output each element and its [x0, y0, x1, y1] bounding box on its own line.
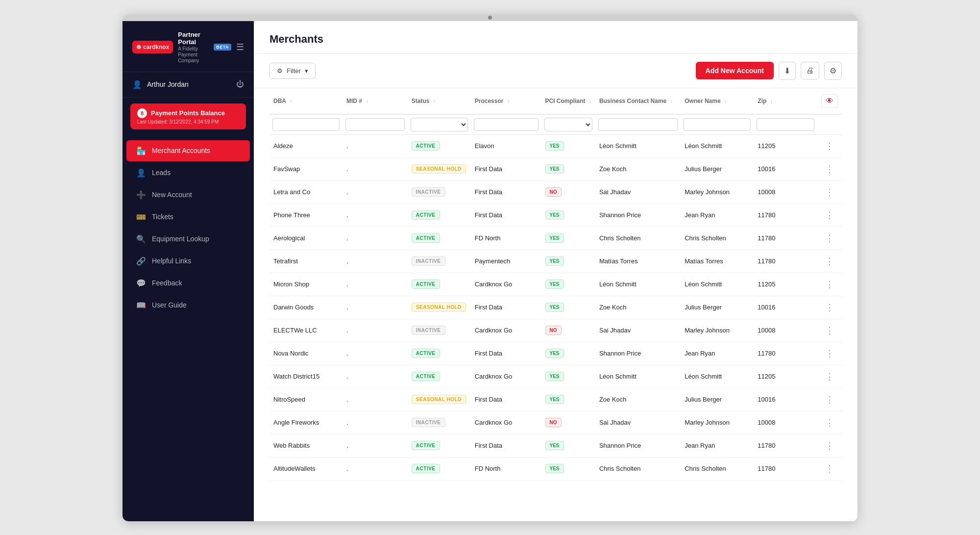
row-menu-button[interactable]: ⋮	[817, 411, 842, 434]
th-status[interactable]: Status ↕	[408, 88, 471, 114]
cell-zip: 10008	[754, 411, 817, 434]
cell-zip: 10016	[754, 296, 817, 319]
cell-status: SEASONAL HOLD	[408, 388, 471, 411]
row-menu-button[interactable]: ⋮	[817, 273, 842, 296]
th-owner[interactable]: Owner Name ↕	[681, 88, 754, 114]
th-dba[interactable]: DBA ↑	[270, 88, 343, 114]
row-menu-button[interactable]: ⋮	[817, 319, 842, 342]
cell-owner: Léon Schmitt	[681, 134, 754, 157]
table-row[interactable]: Aerological . ACTIVE FD North YES Chris …	[270, 227, 842, 250]
table-row[interactable]: ELECTWe LLC . INACTIVE Cardknox Go NO Sa…	[270, 319, 842, 342]
user-name: Arthur Jordan	[147, 80, 231, 88]
th-pci[interactable]: PCI Compliant ↕	[541, 88, 595, 114]
row-menu-button[interactable]: ⋮	[817, 365, 842, 388]
cell-mid: .	[343, 157, 408, 180]
feedback-icon: 💬	[136, 279, 146, 288]
row-menu-button[interactable]: ⋮	[817, 434, 842, 457]
cell-dba: Aerological	[270, 227, 343, 250]
th-actions: 👁	[817, 88, 842, 114]
cell-pci: YES	[541, 457, 595, 480]
row-menu-button[interactable]: ⋮	[817, 388, 842, 411]
table-row[interactable]: Tetrafirst . INACTIVE Paymentech YES Mat…	[270, 250, 842, 273]
sidebar-nav: 🏪 Merchant Accounts 👤 Leads ➕ New Accoun…	[122, 135, 254, 521]
row-menu-button[interactable]: ⋮	[817, 457, 842, 480]
table-row[interactable]: Letra and Co . INACTIVE First Data NO Sa…	[270, 180, 842, 204]
row-menu-button[interactable]: ⋮	[817, 204, 842, 227]
filter-button[interactable]: ⚙ Filter ▾	[270, 63, 316, 79]
cell-dba: Web Rabbits	[270, 434, 343, 457]
sidebar-item-merchant-accounts[interactable]: 🏪 Merchant Accounts	[126, 140, 250, 161]
sidebar-user: 👤 Arthur Jordan ⏻	[122, 72, 254, 98]
cell-processor: First Data	[471, 180, 541, 204]
cell-owner: Julius Berger	[681, 296, 754, 319]
table-row[interactable]: Web Rabbits . ACTIVE First Data YES Shan…	[270, 434, 842, 457]
power-icon[interactable]: ⏻	[236, 80, 244, 89]
table-row[interactable]: Nova Nordic . ACTIVE First Data YES Shan…	[270, 342, 842, 365]
row-menu-button[interactable]: ⋮	[817, 157, 842, 180]
filter-mid[interactable]	[345, 118, 405, 131]
download-button[interactable]: ⬇	[779, 62, 796, 80]
sidebar-item-user-guide[interactable]: 📖 User Guide	[126, 295, 250, 316]
row-menu-button[interactable]: ⋮	[817, 250, 842, 273]
row-menu-button[interactable]: ⋮	[817, 342, 842, 365]
hamburger-icon[interactable]: ☰	[236, 42, 244, 52]
cell-processor: Cardknox Go	[471, 411, 541, 434]
user-guide-icon: 📖	[136, 301, 146, 310]
filter-pci[interactable]: YES NO	[544, 118, 592, 131]
filter-label: Filter	[287, 67, 301, 75]
payment-points-balance[interactable]: 8 Payment Points Balance Last Updated: 3…	[130, 103, 246, 129]
table-row[interactable]: AltitudeWallets . ACTIVE FD North YES Ch…	[270, 457, 842, 480]
th-processor[interactable]: Processor ↕	[471, 88, 541, 114]
table-row[interactable]: Micron Shop . ACTIVE Cardknox Go YES Léo…	[270, 273, 842, 296]
table-row[interactable]: Aldeze . ACTIVE Elavon YES Léon Schmitt …	[270, 134, 842, 157]
cell-zip: 11205	[754, 273, 817, 296]
filter-icon: ⚙	[277, 67, 283, 75]
points-updated: Last Updated: 3/12/2022, 4:34:59 PM	[137, 119, 239, 125]
table-row[interactable]: Angle Fireworks . INACTIVE Cardknox Go N…	[270, 411, 842, 434]
cell-dba: Aldeze	[270, 134, 343, 157]
column-visibility-button[interactable]: 👁	[821, 94, 838, 108]
print-button[interactable]: 🖨	[801, 62, 819, 79]
cell-pci: YES	[541, 204, 595, 227]
table-row[interactable]: Darwin Goods . SEASONAL HOLD First Data …	[270, 296, 842, 319]
settings-button[interactable]: ⚙	[824, 62, 842, 80]
cell-processor: First Data	[471, 204, 541, 227]
add-new-account-button[interactable]: Add New Account	[696, 62, 774, 79]
cell-zip: 10016	[754, 388, 817, 411]
cell-zip: 10008	[754, 180, 817, 204]
table-row[interactable]: FavSwap . SEASONAL HOLD First Data YES Z…	[270, 157, 842, 180]
th-mid[interactable]: MID # ↕	[343, 88, 408, 114]
cell-dba: Nova Nordic	[270, 342, 343, 365]
th-zip[interactable]: Zip ↕	[754, 88, 817, 114]
filter-contact[interactable]	[598, 118, 678, 131]
row-menu-button[interactable]: ⋮	[817, 227, 842, 250]
cell-mid: .	[343, 342, 408, 365]
cell-processor: First Data	[471, 342, 541, 365]
sidebar-item-feedback[interactable]: 💬 Feedback	[126, 273, 250, 294]
filter-processor[interactable]	[474, 118, 539, 131]
cell-contact: Léon Schmitt	[595, 134, 681, 157]
cell-mid: .	[343, 250, 408, 273]
row-menu-button[interactable]: ⋮	[817, 180, 842, 204]
filter-status[interactable]: ACTIVE INACTIVE SEASONAL HOLD	[411, 118, 468, 131]
sidebar-item-tickets[interactable]: 🎫 Tickets	[126, 206, 250, 228]
cell-zip: 11205	[754, 134, 817, 157]
filter-owner[interactable]	[684, 118, 751, 131]
cell-contact: Sai Jhadav	[595, 411, 681, 434]
row-menu-button[interactable]: ⋮	[817, 134, 842, 157]
filter-dba[interactable]	[272, 118, 340, 131]
sidebar-item-equipment-lookup[interactable]: 🔍 Equipment Lookup	[126, 229, 250, 250]
sidebar-item-helpful-links[interactable]: 🔗 Helpful Links	[126, 251, 250, 272]
sidebar-item-new-account[interactable]: ➕ New Account	[126, 184, 250, 205]
table-row[interactable]: NitroSpeed . SEASONAL HOLD First Data YE…	[270, 388, 842, 411]
table-row[interactable]: Watch District15 . ACTIVE Cardknox Go YE…	[270, 365, 842, 388]
cell-status: ACTIVE	[408, 457, 471, 480]
cell-zip: 11780	[754, 342, 817, 365]
th-contact[interactable]: Business Contact Name ↕	[595, 88, 681, 114]
table-row[interactable]: Phone Three . ACTIVE First Data YES Shan…	[270, 204, 842, 227]
cell-mid: .	[343, 180, 408, 204]
row-menu-button[interactable]: ⋮	[817, 296, 842, 319]
cell-owner: Matías Torres	[681, 250, 754, 273]
filter-zip[interactable]	[757, 118, 814, 131]
sidebar-item-leads[interactable]: 👤 Leads	[126, 162, 250, 183]
